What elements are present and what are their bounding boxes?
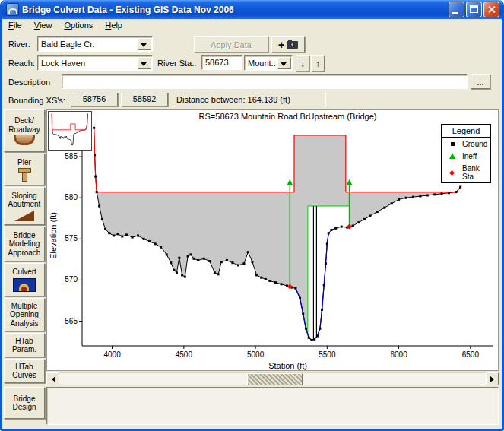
description-row: Description ... <box>2 74 502 91</box>
menu-file[interactable]: File <box>2 19 28 32</box>
sloping-abutment-icon <box>14 211 34 221</box>
legend: Legend GroundIneffBank Sta <box>441 124 491 183</box>
reach-value: Lock Haven <box>41 58 138 69</box>
camera-icon <box>287 41 298 49</box>
chart-panel: RS=58673 Mountain Road BrUpstream (Bridg… <box>46 109 499 371</box>
diamond-marker-icon <box>445 170 460 176</box>
legend-entry-label: Bank Sta <box>462 164 489 181</box>
svg-text:Station (ft): Station (ft) <box>268 361 307 370</box>
plus-icon: + <box>278 40 284 50</box>
sidebar-item-sloping-abutment[interactable]: Sloping Abutment <box>4 187 45 225</box>
next-station-button[interactable]: ↑ <box>311 55 325 71</box>
sidebar-item-label: Bridge Modeling Approach <box>8 231 41 258</box>
svg-text:5000: 5000 <box>247 350 265 359</box>
bounding-label: Bounding XS's: <box>8 93 65 108</box>
scrollbar-thumb[interactable] <box>247 373 303 385</box>
svg-text:4500: 4500 <box>176 350 193 359</box>
svg-text:585: 585 <box>65 152 78 160</box>
scroll-left-icon <box>49 376 55 382</box>
sidebar-item-deck-roadway[interactable]: Deck/ Roadway <box>4 109 45 152</box>
river-sta-value-field[interactable]: 58673 <box>201 55 242 70</box>
svg-text:4000: 4000 <box>103 350 121 359</box>
scroll-right-icon <box>490 376 497 382</box>
close-icon <box>484 2 499 17</box>
river-dropdown-arrow-icon[interactable] <box>138 38 151 50</box>
scroll-right-button[interactable] <box>486 372 499 385</box>
cross-section-chart: RS=58673 Mountain Road BrUpstream (Bridg… <box>47 110 499 372</box>
reach-select[interactable]: Lock Haven <box>37 55 153 71</box>
menu-view[interactable]: View <box>28 19 59 32</box>
triangle-marker-icon <box>445 153 460 160</box>
maximize-button[interactable] <box>466 2 482 17</box>
sidebar-item-label: HTab Param. <box>12 337 36 354</box>
svg-text:6500: 6500 <box>462 350 480 359</box>
svg-text:580: 580 <box>65 193 78 201</box>
menu-options[interactable]: Options <box>58 19 99 32</box>
description-field[interactable] <box>62 74 468 89</box>
legend-entries: GroundIneffBank Sta <box>442 138 490 182</box>
river-sta-type-value: Mount.. <box>248 58 278 69</box>
sidebar-item-label: Pier <box>17 158 31 167</box>
river-select[interactable]: Bald Eagle Cr. <box>37 36 153 52</box>
river-sta-dropdown-arrow-icon[interactable] <box>277 57 291 69</box>
svg-text:6000: 6000 <box>390 350 407 359</box>
sidebar-item-label: Culvert <box>12 268 36 277</box>
legend-entry: Ground <box>442 138 490 150</box>
sidebar-item-bridge-design[interactable]: Bridge Design <box>4 387 45 419</box>
svg-text:575: 575 <box>65 234 78 242</box>
bottom-message-panel <box>46 387 499 425</box>
reach-dropdown-arrow-icon[interactable] <box>138 57 151 69</box>
thumbnail-plot <box>48 111 92 151</box>
svg-text:570: 570 <box>65 275 78 284</box>
minimize-button[interactable] <box>449 2 464 17</box>
sidebar-item-htab-curves[interactable]: HTab Curves <box>4 359 45 383</box>
minimize-icon <box>452 12 458 14</box>
add-photo-button[interactable]: + <box>271 36 305 52</box>
bridge-culvert-window: Bridge Culvert Data - Existing GIS Data … <box>0 0 504 431</box>
river-label: River: <box>8 36 30 52</box>
bounding-row: Bounding XS's: 58756 58592 Distance betw… <box>2 93 502 109</box>
upstream-xs-box: 58756 <box>71 93 118 106</box>
description-label: Description <box>8 74 50 90</box>
previous-station-button[interactable]: ↓ <box>296 55 309 71</box>
description-browse-button[interactable]: ... <box>471 74 490 89</box>
square-marker-icon <box>445 141 460 147</box>
culvert-icon <box>13 278 36 292</box>
app-icon <box>6 3 19 16</box>
window-title: Bridge Culvert Data - Existing GIS Data … <box>22 5 449 15</box>
close-button[interactable] <box>483 2 499 17</box>
menu-help[interactable]: Help <box>99 19 128 32</box>
river-value: Bald Eagle Cr. <box>41 39 138 50</box>
svg-text:5500: 5500 <box>319 350 336 359</box>
reach-label: Reach: <box>8 55 35 71</box>
legend-entry: Ineff <box>442 150 490 162</box>
legend-entry-label: Ground <box>462 140 487 148</box>
svg-text:Elevation (ft): Elevation (ft) <box>49 212 58 259</box>
sidebar-item-pier[interactable]: Pier <box>4 154 45 185</box>
maximize-icon <box>470 5 478 13</box>
river-sta-type-select[interactable]: Mount.. <box>244 55 293 71</box>
menubar: FileViewOptionsHelp <box>2 19 502 33</box>
scrollbar-track[interactable] <box>59 372 486 385</box>
svg-text:565: 565 <box>65 317 78 325</box>
titlebar: Bridge Culvert Data - Existing GIS Data … <box>2 0 502 19</box>
svg-text:RS=58673 Mountain Road BrUp: RS=58673 Mountain Road BrUpstream (Bridg… <box>199 112 377 121</box>
reach-row: Reach: Lock Haven River Sta.: 58673 Moun… <box>2 55 502 72</box>
apply-data-button[interactable]: Apply Data <box>194 36 268 52</box>
sidebar-item-label: HTab Curves <box>12 363 36 380</box>
river-sta-label: River Sta.: <box>157 55 196 71</box>
sidebar-item-label: Sloping Abutment <box>8 192 41 209</box>
pier-icon <box>16 168 33 181</box>
sidebar-item-bridge-modeling-approach[interactable]: Bridge Modeling Approach <box>4 227 45 261</box>
sidebar-item-label: Bridge Design <box>12 395 36 412</box>
horizontal-scrollbar[interactable] <box>46 372 499 385</box>
deck-roadway-icon <box>14 135 35 145</box>
river-row: River: Bald Eagle Cr. Apply Data + <box>2 36 502 53</box>
sidebar-item-multiple-opening-analysis[interactable]: Multiple Opening Analysis <box>4 298 45 331</box>
sidebar-item-label: Multiple Opening Analysis <box>10 302 39 328</box>
scroll-left-button[interactable] <box>46 372 59 385</box>
thumbnail-chart <box>49 112 91 150</box>
sidebar-item-culvert[interactable]: Culvert <box>4 263 45 296</box>
distance-between-panel: Distance between: 164.139 (ft) <box>173 93 326 106</box>
sidebar-item-htab-param[interactable]: HTab Param. <box>4 333 45 357</box>
